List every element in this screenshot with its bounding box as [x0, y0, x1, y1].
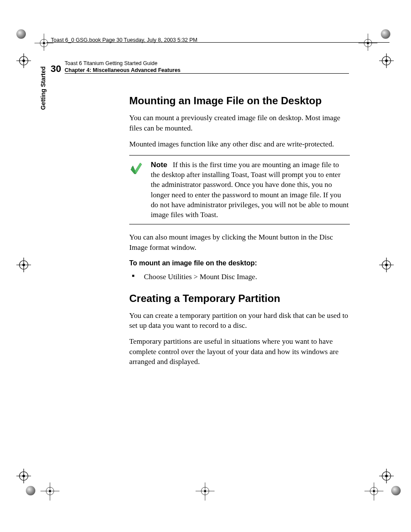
crosshair-icon: [16, 53, 31, 68]
procedure-heading: To mount an image file on the desktop:: [129, 258, 350, 268]
crosshair-small-icon: [37, 482, 63, 508]
para: You can create a temporary partition on …: [129, 311, 350, 330]
para: You can also mount images by clicking th…: [129, 232, 350, 252]
registration-mark-icon: [391, 486, 401, 495]
page: Toast 6_0 GSG.book Page 30 Tuesday, July…: [0, 0, 411, 532]
crosshair-small-icon: [31, 26, 57, 52]
svg-point-39: [204, 490, 206, 492]
note-label: Note: [151, 160, 167, 169]
svg-point-3: [22, 59, 25, 62]
header-rule: [65, 73, 349, 74]
registration-mark-icon: [16, 29, 26, 39]
registration-mark-icon: [381, 29, 390, 39]
heading-partition: Creating a Temporary Partition: [129, 292, 350, 305]
crosshair-icon: [16, 258, 31, 272]
crosshair-small-icon: [361, 482, 387, 508]
side-tab: Getting Started: [40, 58, 47, 110]
para: You can mount a previously created image…: [129, 113, 350, 133]
note-box: Note If this is the first time you are m…: [129, 155, 350, 224]
checkmark-icon: [129, 160, 146, 220]
slug-rule: [47, 42, 389, 43]
note-text: Note If this is the first time you are m…: [146, 160, 350, 220]
para: Temporary partitions are useful in situa…: [129, 336, 350, 367]
running-head-lines: Toast 6 Titanium Getting Started Guide C…: [65, 60, 181, 74]
svg-point-11: [43, 42, 45, 44]
chapter-title: Chapter 4: Miscellaneous Advanced Featur…: [65, 67, 181, 74]
svg-point-19: [22, 264, 25, 266]
para: Mounted images function like any other d…: [129, 139, 350, 149]
crosshair-small-icon: [355, 26, 381, 52]
crosshair-icon: [379, 53, 394, 68]
svg-point-35: [49, 490, 51, 492]
registration-mark-icon: [26, 486, 35, 495]
heading-mounting: Mounting an Image File on the Desktop: [129, 94, 350, 108]
note-body: If this is the first time you are mounti…: [151, 161, 349, 219]
body-column: Mounting an Image File on the Desktop Yo…: [129, 94, 350, 373]
book-title: Toast 6 Titanium Getting Started Guide: [65, 60, 181, 67]
procedure-list: Choose Utilities > Mount Disc Image.: [129, 272, 350, 282]
crosshair-icon: [16, 469, 31, 483]
page-number: 30: [47, 64, 61, 74]
svg-point-7: [385, 59, 388, 62]
svg-point-43: [373, 490, 375, 492]
list-item: Choose Utilities > Mount Disc Image.: [129, 272, 350, 282]
svg-point-27: [22, 475, 25, 477]
crosshair-icon: [379, 258, 394, 272]
crosshair-icon: [379, 469, 394, 483]
svg-point-23: [385, 264, 388, 266]
running-head: 30 Toast 6 Titanium Getting Started Guid…: [47, 60, 357, 74]
svg-point-15: [367, 42, 369, 44]
svg-point-31: [385, 475, 388, 477]
crosshair-small-icon: [192, 482, 218, 508]
